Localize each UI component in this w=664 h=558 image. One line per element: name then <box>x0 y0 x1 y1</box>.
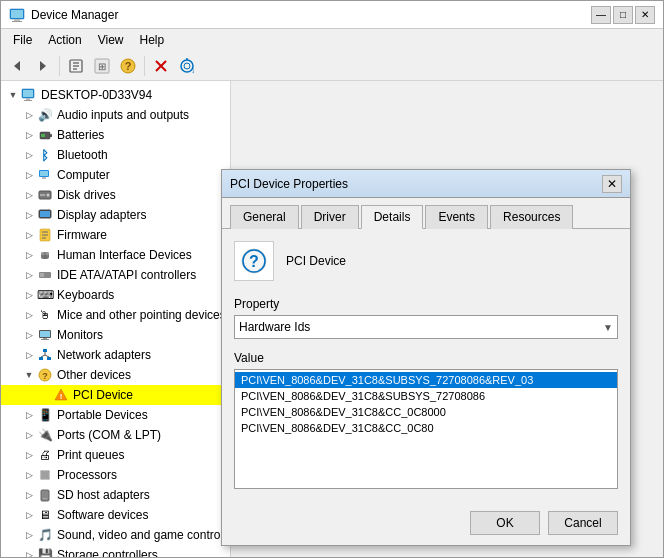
back-button[interactable] <box>5 54 29 78</box>
expand-icon[interactable]: ▼ <box>21 367 37 383</box>
tree-item[interactable]: ▼ ? Other devices <box>1 365 230 385</box>
tree-item[interactable]: ▷ 🔊 Audio inputs and outputs <box>1 105 230 125</box>
expand-icon[interactable]: ▷ <box>21 347 37 363</box>
display-icon <box>37 207 53 223</box>
ide-icon <box>37 267 53 283</box>
tree-item[interactable]: ▷ Batteries <box>1 125 230 145</box>
help-button[interactable]: ? <box>116 54 140 78</box>
tab-driver[interactable]: Driver <box>301 205 359 229</box>
expand-icon[interactable]: ▷ <box>21 207 37 223</box>
expand-icon[interactable]: ▷ <box>21 187 37 203</box>
ok-button[interactable]: OK <box>470 511 540 535</box>
expand-icon[interactable]: ▷ <box>21 327 37 343</box>
tree-item[interactable]: ▷ 🖨 Print queues <box>1 445 230 465</box>
tree-item[interactable]: ▷ ⌨ Keyboards <box>1 285 230 305</box>
title-bar: Device Manager — □ ✕ <box>1 1 663 29</box>
expand-icon[interactable]: ▷ <box>21 167 37 183</box>
svg-rect-60 <box>41 490 49 501</box>
menu-bar: File Action View Help <box>1 29 663 51</box>
menu-view[interactable]: View <box>90 31 132 49</box>
tree-item[interactable]: ▷ 🖱 Mice and other pointing devices <box>1 305 230 325</box>
expand-icon[interactable]: ▷ <box>21 447 37 463</box>
item-label: Other devices <box>57 368 131 382</box>
tree-item[interactable]: ▷ IDE ATA/ATAPI controllers <box>1 265 230 285</box>
value-item-3[interactable]: PCI\VEN_8086&DEV_31C8&CC_0C80 <box>235 420 617 436</box>
portable-icon: 📱 <box>37 407 53 423</box>
remove-button[interactable] <box>149 54 173 78</box>
title-bar-controls: — □ ✕ <box>591 6 655 24</box>
update-button[interactable]: ⊞ <box>90 54 114 78</box>
svg-rect-2 <box>12 21 22 22</box>
menu-help[interactable]: Help <box>132 31 173 49</box>
expand-icon[interactable]: ▷ <box>21 247 37 263</box>
tree-item[interactable]: ▷ Human Interface Devices <box>1 245 230 265</box>
svg-rect-46 <box>43 338 47 339</box>
scan-button[interactable]: ↓ <box>175 54 199 78</box>
expand-icon[interactable]: ▷ <box>21 407 37 423</box>
tree-item[interactable]: ▷ Display adapters <box>1 205 230 225</box>
svg-rect-50 <box>47 357 51 360</box>
tab-general[interactable]: General <box>230 205 299 229</box>
tree-root[interactable]: ▼ DESKTOP-0D33V94 <box>1 85 230 105</box>
svg-line-53 <box>45 355 49 357</box>
expand-icon[interactable]: ▷ <box>21 427 37 443</box>
value-item-0[interactable]: PCI\VEN_8086&DEV_31C8&SUBSYS_72708086&RE… <box>235 372 617 388</box>
tree-item[interactable]: ▷ 🔌 Ports (COM & LPT) <box>1 425 230 445</box>
cancel-button[interactable]: Cancel <box>548 511 618 535</box>
property-dropdown-value: Hardware Ids <box>239 320 310 334</box>
svg-rect-3 <box>11 10 23 18</box>
tree-panel[interactable]: ▼ DESKTOP-0D33V94 ▷ 🔊 Audio inputs and o… <box>1 81 231 557</box>
value-item-2[interactable]: PCI\VEN_8086&DEV_31C8&CC_0C8000 <box>235 404 617 420</box>
tree-item[interactable]: ▷ Firmware <box>1 225 230 245</box>
forward-button[interactable] <box>31 54 55 78</box>
close-button[interactable]: ✕ <box>635 6 655 24</box>
properties-button[interactable] <box>64 54 88 78</box>
svg-rect-59 <box>42 472 48 478</box>
maximize-button[interactable]: □ <box>613 6 633 24</box>
computer-icon <box>37 167 53 183</box>
tree-item[interactable]: ▷ Monitors <box>1 325 230 345</box>
tree-item[interactable]: ▷ Computer <box>1 165 230 185</box>
tree-item[interactable]: ▷ 📱 Portable Devices <box>1 405 230 425</box>
tree-item[interactable]: ▷ 🎵 Sound, video and game controller <box>1 525 230 545</box>
item-label: Ports (COM & LPT) <box>57 428 161 442</box>
menu-action[interactable]: Action <box>40 31 89 49</box>
expand-icon[interactable]: ▷ <box>21 527 37 543</box>
value-item-1[interactable]: PCI\VEN_8086&DEV_31C8&SUBSYS_72708086 <box>235 388 617 404</box>
expand-icon[interactable]: ▷ <box>21 107 37 123</box>
title-bar-text: Device Manager <box>31 8 591 22</box>
tree-item[interactable]: ▷ ᛒ Bluetooth <box>1 145 230 165</box>
value-list[interactable]: PCI\VEN_8086&DEV_31C8&SUBSYS_72708086&RE… <box>234 369 618 489</box>
tree-item-pci[interactable]: ! PCI Device <box>1 385 230 405</box>
menu-file[interactable]: File <box>5 31 40 49</box>
expand-icon[interactable]: ▷ <box>21 127 37 143</box>
expand-icon[interactable]: ▷ <box>21 287 37 303</box>
tree-item[interactable]: ▷ Processors <box>1 465 230 485</box>
expand-icon[interactable]: ▷ <box>21 467 37 483</box>
tab-events[interactable]: Events <box>425 205 488 229</box>
tab-details[interactable]: Details <box>361 205 424 229</box>
root-expand-icon[interactable]: ▼ <box>5 87 21 103</box>
expand-icon[interactable]: ▷ <box>21 227 37 243</box>
tree-item[interactable]: ▷ Network adapters <box>1 345 230 365</box>
expand-icon[interactable]: ▷ <box>21 267 37 283</box>
property-dropdown[interactable]: Hardware Ids ▼ <box>234 315 618 339</box>
svg-rect-48 <box>43 349 47 352</box>
expand-icon[interactable]: ▷ <box>21 547 37 557</box>
device-display-name: PCI Device <box>286 254 346 268</box>
monitor-icon <box>37 327 53 343</box>
tab-resources[interactable]: Resources <box>490 205 573 229</box>
expand-icon[interactable]: ▷ <box>21 487 37 503</box>
svg-text:⊞: ⊞ <box>98 61 106 72</box>
expand-icon-pci <box>37 387 53 403</box>
minimize-button[interactable]: — <box>591 6 611 24</box>
tree-item[interactable]: ▷ 💾 Storage controllers <box>1 545 230 557</box>
expand-icon[interactable]: ▷ <box>21 507 37 523</box>
tree-item[interactable]: ▷ SD host adapters <box>1 485 230 505</box>
expand-icon[interactable]: ▷ <box>21 307 37 323</box>
tree-item[interactable]: ▷ Disk drives <box>1 185 230 205</box>
title-bar-icon <box>9 7 25 23</box>
tree-item[interactable]: ▷ 🖥 Software devices <box>1 505 230 525</box>
expand-icon[interactable]: ▷ <box>21 147 37 163</box>
dialog-close-button[interactable]: ✕ <box>602 175 622 193</box>
